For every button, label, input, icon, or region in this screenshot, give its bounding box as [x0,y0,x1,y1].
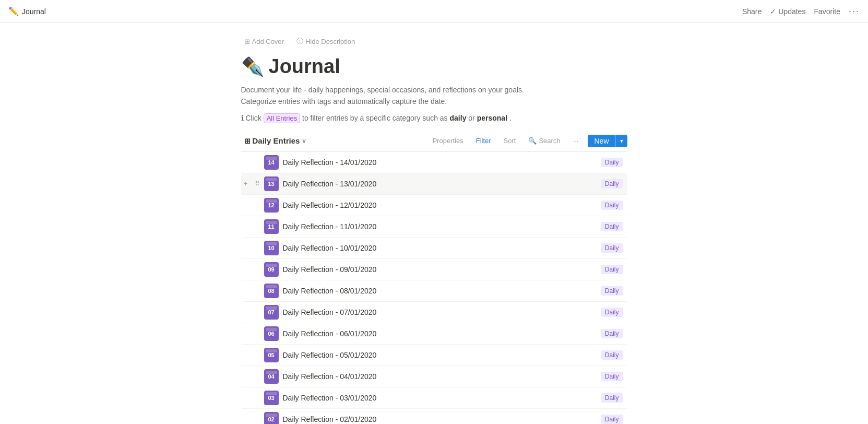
entry-day-icon: 13 [264,176,279,191]
add-row-icon[interactable]: + [241,201,251,210]
info-icon: ⓘ [296,37,303,46]
entry-day-icon: 09 [264,262,279,277]
entry-day-icon: 10 [264,241,279,255]
nav-right: Share ✓ Updates Favorite ··· [742,6,860,17]
favorite-button[interactable]: Favorite [814,7,840,16]
add-row-icon[interactable]: + [241,222,251,231]
add-row-icon[interactable]: + [241,372,251,381]
drag-handle-icon[interactable]: ⠿ [253,372,262,381]
nav-left: ✏️ Journal [8,6,46,16]
db-list: + ⠿ 14 Daily Reflection - 14/01/2020 Dai… [241,151,627,424]
entry-title: Daily Reflection - 08/01/2020 [283,287,601,295]
drag-handle-icon[interactable]: ⠿ [253,329,262,338]
table-row[interactable]: + ⠿ 11 Daily Reflection - 11/01/2020 Dai… [241,216,627,238]
add-row-icon[interactable]: + [241,329,251,338]
properties-button[interactable]: Properties [429,136,466,146]
entry-tag: Daily [601,243,623,253]
entry-day-icon: 05 [264,348,279,362]
top-nav: ✏️ Journal Share ✓ Updates Favorite ··· [0,0,868,23]
entry-tag: Daily [601,222,623,231]
nav-title: Journal [22,7,46,16]
table-row[interactable]: + ⠿ 13 Daily Reflection - 13/01/2020 Dai… [241,173,627,195]
new-entry-button[interactable]: New ▾ [588,135,627,147]
entry-day-icon: 03 [264,391,279,405]
entry-title: Daily Reflection - 14/01/2020 [283,158,601,167]
share-button[interactable]: Share [742,7,762,16]
entry-tag: Daily [601,286,623,296]
add-row-icon[interactable]: + [241,415,251,424]
journal-icon: ✏️ [8,6,19,16]
page-content: ⊞ Add Cover ⓘ Hide Description ✒️ Journa… [199,23,669,424]
entry-title: Daily Reflection - 06/01/2020 [283,329,601,338]
add-row-icon[interactable]: + [241,243,251,253]
table-row[interactable]: + ⠿ 04 Daily Reflection - 04/01/2020 Dai… [241,366,627,387]
add-row-icon[interactable]: + [241,393,251,403]
search-icon: 🔍 [528,137,537,145]
drag-handle-icon[interactable]: ⠿ [253,179,262,189]
table-row[interactable]: + ⠿ 07 Daily Reflection - 07/01/2020 Dai… [241,302,627,323]
add-cover-button[interactable]: ⊞ Add Cover [241,37,287,46]
drag-handle-icon[interactable]: ⠿ [253,415,262,424]
updates-button[interactable]: ✓ Updates [770,7,805,16]
drag-handle-icon[interactable]: ⠿ [253,222,262,231]
daily-entries-title[interactable]: ⊞ Daily Entries ∨ [241,135,310,146]
entry-day-icon: 14 [264,155,279,170]
more-button[interactable]: ··· [849,6,860,17]
drag-handle-icon[interactable]: ⠿ [253,201,262,210]
add-row-icon[interactable]: + [241,350,251,360]
db-more-button[interactable]: ··· [570,136,582,146]
drag-handle-icon[interactable]: ⠿ [253,350,262,360]
add-row-icon[interactable]: + [241,265,251,274]
table-row[interactable]: + ⠿ 14 Daily Reflection - 14/01/2020 Dai… [241,152,627,173]
entry-tag: Daily [601,415,623,424]
row-actions: + ⠿ [241,179,264,189]
entry-title: Daily Reflection - 10/01/2020 [283,244,601,252]
add-row-icon[interactable]: + [241,179,251,189]
entry-day-icon: 07 [264,305,279,320]
entry-tag: Daily [601,393,623,403]
entry-title: Daily Reflection - 03/01/2020 [283,394,601,402]
entry-tag: Daily [601,329,623,338]
page-toolbar: ⊞ Add Cover ⓘ Hide Description [241,36,627,47]
add-row-icon[interactable]: + [241,308,251,317]
drag-handle-icon[interactable]: ⠿ [253,286,262,296]
entry-title: Daily Reflection - 13/01/2020 [283,180,601,188]
add-row-icon[interactable]: + [241,286,251,296]
entry-title: Daily Reflection - 02/01/2020 [283,415,601,423]
db-grid-icon: ⊞ [244,137,251,145]
entry-tag: Daily [601,158,623,167]
entry-day-icon: 11 [264,219,279,234]
db-toolbar: ⊞ Daily Entries ∨ Properties Filter Sort… [241,133,627,149]
filter-button[interactable]: Filter [473,136,494,146]
db-toolbar-right: Properties Filter Sort 🔍 Search ··· New … [429,135,627,147]
entry-tag: Daily [601,350,623,360]
all-entries-tag[interactable]: All Entries [264,113,301,123]
image-icon: ⊞ [244,38,250,45]
table-row[interactable]: + ⠿ 09 Daily Reflection - 09/01/2020 Dai… [241,259,627,280]
new-dropdown-arrow[interactable]: ▾ [616,135,627,147]
entry-title: Daily Reflection - 12/01/2020 [283,201,601,209]
entry-tag: Daily [601,179,623,189]
drag-handle-icon[interactable]: ⠿ [253,308,262,317]
table-row[interactable]: + ⠿ 03 Daily Reflection - 03/01/2020 Dai… [241,387,627,409]
page-title-row: ✒️ Journal [241,55,627,78]
table-row[interactable]: + ⠿ 10 Daily Reflection - 10/01/2020 Dai… [241,238,627,259]
table-row[interactable]: + ⠿ 05 Daily Reflection - 05/01/2020 Dai… [241,345,627,366]
table-row[interactable]: + ⠿ 12 Daily Reflection - 12/01/2020 Dai… [241,195,627,216]
entry-tag: Daily [601,265,623,274]
page-emoji: ✒️ [241,56,265,78]
drag-handle-icon[interactable]: ⠿ [253,158,262,167]
drag-handle-icon[interactable]: ⠿ [253,243,262,253]
table-row[interactable]: + ⠿ 08 Daily Reflection - 08/01/2020 Dai… [241,280,627,302]
entry-title: Daily Reflection - 05/01/2020 [283,351,601,359]
drag-handle-icon[interactable]: ⠿ [253,393,262,403]
add-row-icon[interactable]: + [241,158,251,167]
table-row[interactable]: + ⠿ 06 Daily Reflection - 06/01/2020 Dai… [241,323,627,345]
hide-description-button[interactable]: ⓘ Hide Description [293,36,358,47]
table-row[interactable]: + ⠿ 02 Daily Reflection - 02/01/2020 Dai… [241,409,627,424]
entry-tag: Daily [601,372,623,381]
drag-handle-icon[interactable]: ⠿ [253,265,262,274]
search-button[interactable]: 🔍 Search [525,136,563,146]
hint-text: ℹ Click All Entries to filter entries by… [241,114,627,122]
sort-button[interactable]: Sort [501,136,519,146]
